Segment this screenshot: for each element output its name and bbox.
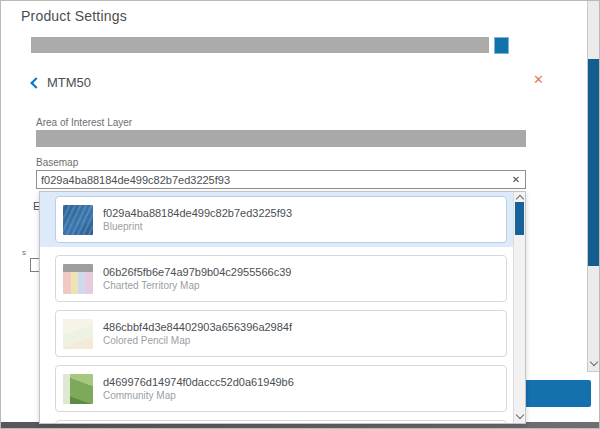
back-button[interactable]: MTM50 — [32, 75, 91, 90]
basemap-combobox[interactable]: f029a4ba88184de499c82b7ed3225f93 ✕ — [36, 170, 526, 189]
redacted-text-bar — [31, 37, 489, 53]
basemap-item-id: 486cbbf4d3e84402903a656396a2984f — [103, 322, 292, 333]
hidden-label-fragment: s — [22, 248, 26, 257]
basemap-option-card[interactable]: 486cbbf4d3e84402903a656396a2984fColored … — [55, 310, 507, 357]
basemap-option[interactable]: 486cbbf4d3e84402903a656396a2984fColored … — [40, 310, 525, 357]
basemap-item-id: f029a4ba88184de499c82b7ed3225f93 — [103, 208, 292, 219]
basemap-item-id: 06b26f5fb6e74a97b9b04c2955566c39 — [103, 267, 291, 278]
page-scrollbar[interactable] — [587, 1, 600, 372]
basemap-option-partial[interactable] — [55, 420, 507, 424]
basemap-input-value[interactable]: f029a4ba88184de499c82b7ed3225f93 — [37, 174, 507, 186]
aoi-label: Area of Interest Layer — [36, 117, 132, 128]
scroll-down-icon[interactable] — [516, 411, 524, 419]
basemap-item-id: d469976d14974f0daccc52d0a61949b6 — [103, 377, 294, 388]
charted-territory-thumbnail-icon — [63, 264, 93, 294]
back-label: MTM50 — [47, 75, 91, 90]
page-scrollbar-thumb[interactable] — [588, 59, 600, 266]
basemap-option[interactable]: f029a4ba88184de499c82b7ed3225f93Blueprin… — [40, 192, 525, 247]
page-title: Product Settings — [21, 8, 127, 24]
basemap-option-card[interactable]: 06b26f5fb6e74a97b9b04c2955566c39Charted … — [55, 255, 507, 302]
basemap-dropdown-list: f029a4ba88184de499c82b7ed3225f93Blueprin… — [40, 192, 525, 424]
basemap-item-name: Charted Territory Map — [103, 281, 291, 291]
basemap-item-name: Blueprint — [103, 222, 292, 232]
dropdown-scrollbar-thumb[interactable] — [515, 202, 524, 235]
basemap-option-card[interactable]: f029a4ba88184de499c82b7ed3225f93Blueprin… — [55, 196, 507, 243]
basemap-option[interactable]: 06b26f5fb6e74a97b9b04c2955566c39Charted … — [40, 255, 525, 302]
basemap-dropdown: f029a4ba88184de499c82b7ed3225f93Blueprin… — [39, 191, 526, 424]
product-settings-dialog: Product Settings MTM50 ✕ Area of Interes… — [0, 0, 600, 429]
clear-icon[interactable]: ✕ — [507, 174, 525, 185]
blue-swatch-button[interactable] — [494, 37, 509, 54]
basemap-item-name: Colored Pencil Map — [103, 336, 292, 346]
close-icon[interactable]: ✕ — [533, 73, 544, 86]
scroll-down-icon[interactable] — [590, 358, 598, 366]
basemap-option[interactable]: d469976d14974f0daccc52d0a61949b6Communit… — [40, 365, 525, 412]
basemap-item-name: Community Map — [103, 391, 294, 401]
blueprint-thumbnail-icon — [63, 205, 93, 235]
aoi-input-redacted[interactable] — [36, 130, 526, 147]
primary-action-button[interactable] — [522, 380, 591, 407]
basemap-label: Basemap — [36, 157, 78, 168]
basemap-option-card[interactable]: d469976d14974f0daccc52d0a61949b6Communit… — [55, 365, 507, 412]
chevron-left-icon — [30, 77, 41, 88]
dropdown-scrollbar[interactable] — [513, 192, 525, 423]
colored-pencil-thumbnail-icon — [63, 319, 93, 349]
community-thumbnail-icon — [63, 374, 93, 404]
